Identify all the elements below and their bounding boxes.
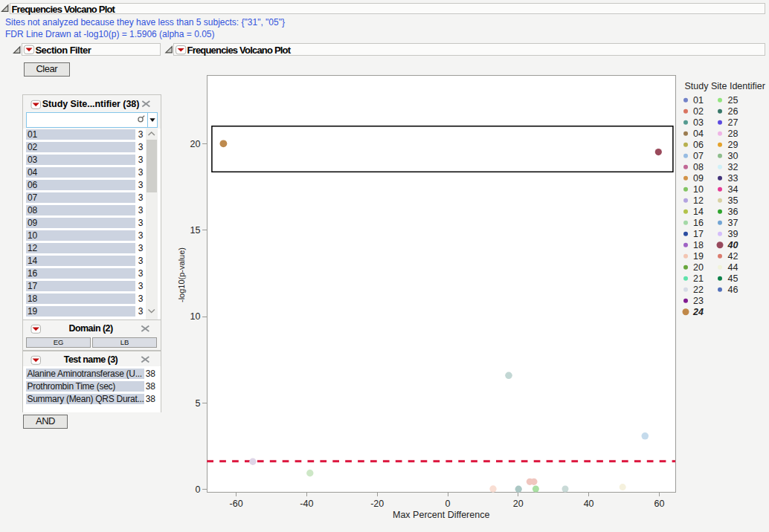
- svg-text:28: 28: [728, 129, 739, 139]
- svg-text:19: 19: [693, 251, 704, 262]
- svg-text:03: 03: [693, 117, 704, 128]
- svg-text:36: 36: [728, 207, 739, 217]
- svg-text:06: 06: [693, 140, 704, 150]
- svg-text:5: 5: [196, 398, 201, 409]
- svg-text:34: 34: [728, 184, 739, 195]
- svg-text:60: 60: [654, 499, 664, 509]
- svg-text:01: 01: [693, 95, 704, 106]
- svg-text:-60: -60: [230, 499, 243, 509]
- svg-text:02: 02: [693, 106, 704, 117]
- svg-text:15: 15: [190, 225, 201, 236]
- svg-text:35: 35: [728, 195, 739, 206]
- svg-text:32: 32: [728, 162, 739, 172]
- svg-text:42: 42: [728, 251, 739, 262]
- svg-text:46: 46: [728, 285, 739, 295]
- svg-text:45: 45: [728, 273, 739, 284]
- svg-text:09: 09: [693, 173, 704, 184]
- svg-text:39: 39: [728, 229, 739, 239]
- svg-text:20: 20: [693, 262, 704, 273]
- svg-text:Study Site Identifier: Study Site Identifier: [685, 81, 765, 91]
- svg-text:29: 29: [728, 140, 739, 150]
- svg-text:22: 22: [693, 285, 704, 295]
- svg-text:-log10(p-value): -log10(p-value): [177, 247, 186, 302]
- svg-text:30: 30: [728, 151, 739, 161]
- svg-text:26: 26: [728, 106, 739, 117]
- svg-text:44: 44: [728, 262, 739, 273]
- svg-text:-20: -20: [370, 499, 384, 509]
- svg-text:0: 0: [445, 499, 451, 509]
- svg-text:33: 33: [728, 173, 739, 184]
- svg-text:40: 40: [727, 240, 739, 250]
- svg-text:07: 07: [693, 151, 704, 161]
- svg-text:27: 27: [728, 117, 739, 128]
- svg-text:14: 14: [693, 207, 704, 217]
- svg-text:04: 04: [693, 129, 704, 139]
- svg-text:24: 24: [692, 307, 704, 317]
- svg-text:0: 0: [196, 484, 201, 495]
- svg-text:08: 08: [693, 162, 704, 172]
- svg-text:37: 37: [728, 218, 739, 228]
- svg-text:12: 12: [693, 195, 704, 206]
- svg-text:10: 10: [693, 184, 704, 195]
- svg-text:20: 20: [513, 499, 524, 509]
- svg-text:-40: -40: [300, 499, 313, 509]
- svg-text:18: 18: [693, 240, 704, 250]
- svg-text:10: 10: [190, 311, 201, 322]
- svg-text:Max Percent Difference: Max Percent Difference: [393, 510, 489, 520]
- svg-text:23: 23: [693, 296, 704, 306]
- svg-text:20: 20: [190, 139, 201, 149]
- svg-text:25: 25: [728, 95, 739, 106]
- svg-text:21: 21: [693, 273, 704, 284]
- svg-text:16: 16: [693, 218, 704, 228]
- svg-text:17: 17: [693, 229, 704, 239]
- svg-text:40: 40: [584, 499, 594, 509]
